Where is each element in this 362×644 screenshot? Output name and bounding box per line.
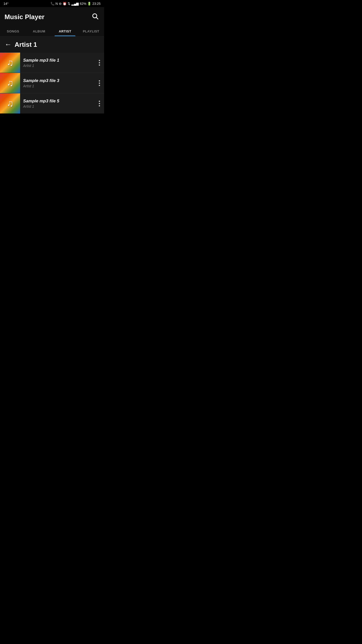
dot: [99, 105, 100, 106]
more-options-button[interactable]: [95, 97, 104, 110]
sync-icon: ⇅: [68, 2, 70, 6]
music-note-icon: ♫: [7, 57, 14, 68]
dnd-icon: ⊖: [59, 2, 62, 6]
tab-songs[interactable]: SONGS: [0, 26, 26, 36]
music-note-icon: ♫: [7, 98, 14, 109]
dot: [99, 101, 100, 102]
app-title: Music Player: [5, 13, 44, 21]
dot: [99, 83, 100, 84]
more-options-button[interactable]: [95, 56, 104, 69]
thumbnail-bg: ♫: [0, 53, 20, 73]
back-button[interactable]: ←: [5, 41, 12, 49]
tab-bar: SONGS ALBUM ARTIST PLAYLIST: [0, 26, 104, 36]
song-thumbnail: ♫: [0, 93, 20, 113]
song-thumbnail: ♫: [0, 53, 20, 73]
song-item[interactable]: ♫ Sample mp3 file 1 Artist 1: [0, 53, 104, 73]
more-options-button[interactable]: [95, 77, 104, 90]
song-item[interactable]: ♫ Sample mp3 file 5 Artist 1: [0, 93, 104, 113]
artist-title: Artist 1: [15, 41, 37, 49]
battery-icon: 🔋: [87, 2, 91, 6]
song-artist: Artist 1: [23, 64, 92, 68]
battery-percent: 62%: [80, 2, 86, 6]
app-header: Music Player: [0, 7, 104, 26]
status-temperature: 14°: [4, 2, 9, 6]
song-title: Sample mp3 file 3: [23, 78, 92, 83]
dot: [99, 103, 100, 104]
song-info: Sample mp3 file 1 Artist 1: [20, 58, 95, 68]
nfc-icon: N: [56, 2, 58, 6]
artist-header: ← Artist 1: [0, 36, 104, 53]
alarm-icon: ⏰: [63, 2, 67, 6]
tab-artist[interactable]: ARTIST: [52, 26, 78, 36]
search-button[interactable]: [90, 12, 100, 22]
dot: [99, 85, 100, 86]
status-right-icons: 📞 N ⊖ ⏰ ⇅ ▂▄▆ 62% 🔋 23:25: [51, 2, 101, 6]
tab-playlist[interactable]: PLAYLIST: [78, 26, 104, 36]
song-list: ♫ Sample mp3 file 1 Artist 1 ♫ Sample mp…: [0, 53, 104, 113]
song-thumbnail: ♫: [0, 73, 20, 93]
song-item[interactable]: ♫ Sample mp3 file 3 Artist 1: [0, 73, 104, 93]
song-info: Sample mp3 file 3 Artist 1: [20, 78, 95, 88]
thumbnail-bg: ♫: [0, 93, 20, 113]
dot: [99, 62, 100, 63]
dot: [99, 80, 100, 82]
thumbnail-bg: ♫: [0, 73, 20, 93]
song-artist: Artist 1: [23, 84, 92, 88]
song-artist: Artist 1: [23, 104, 92, 108]
dot: [99, 60, 100, 61]
tab-album[interactable]: ALBUM: [26, 26, 52, 36]
music-note-icon: ♫: [7, 78, 14, 88]
song-info: Sample mp3 file 5 Artist 1: [20, 99, 95, 108]
dot: [99, 64, 100, 66]
bottom-area: [0, 113, 104, 214]
search-icon: [92, 13, 99, 20]
status-bar: 14° 📞 N ⊖ ⏰ ⇅ ▂▄▆ 62% 🔋 23:25: [0, 0, 104, 7]
clock: 23:25: [92, 2, 101, 6]
phone-icon: 📞: [51, 2, 55, 6]
song-title: Sample mp3 file 5: [23, 99, 92, 104]
svg-line-1: [96, 17, 98, 19]
song-title: Sample mp3 file 1: [23, 58, 92, 63]
signal-icon: ▂▄▆: [71, 2, 79, 6]
